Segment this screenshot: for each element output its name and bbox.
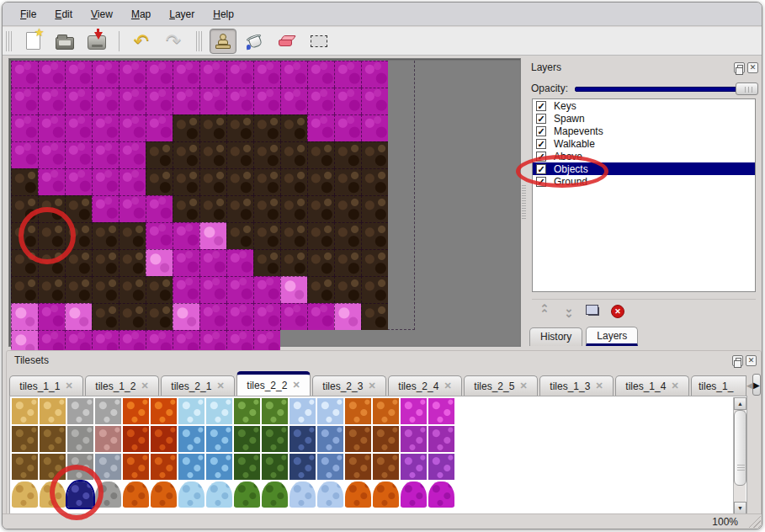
resize-grip[interactable] — [746, 513, 761, 528]
tileset-tile-6-2[interactable] — [178, 454, 205, 480]
map-tile-6-6[interactable] — [334, 222, 361, 249]
tileset-tile-6-3[interactable] — [178, 481, 205, 508]
tab-close-icon[interactable]: ✕ — [292, 380, 300, 391]
map-tile-4-7[interactable] — [307, 249, 334, 276]
tileset-tile-10-0[interactable] — [290, 398, 316, 424]
map-tile-0-9[interactable] — [253, 303, 280, 330]
map-tile-8-1[interactable] — [253, 88, 280, 114]
tileset-tile-9-2[interactable] — [262, 454, 288, 480]
map-canvas[interactable] — [11, 61, 415, 330]
tileset-tile-4-1[interactable] — [123, 426, 149, 452]
tileset-tile-2-0[interactable] — [67, 398, 93, 424]
tileset-tile-12-1[interactable] — [345, 426, 371, 452]
map-tile-8-6[interactable] — [11, 249, 38, 276]
tileset-tile-5-2[interactable] — [151, 454, 177, 480]
tileset-tile-3-0[interactable] — [95, 398, 121, 424]
map-tile-0-1[interactable] — [38, 88, 65, 114]
map-tile-13-0[interactable] — [361, 61, 388, 88]
map-tile-4-5[interactable] — [253, 195, 280, 222]
map-tile-14-8[interactable] — [226, 303, 253, 330]
map-tile-10-6[interactable] — [65, 249, 92, 276]
map-tile-12-7[interactable] — [146, 276, 173, 303]
tab-scroll-right-button[interactable]: ▶ — [752, 374, 761, 396]
layer-row-mapevents[interactable]: ✓Mapevents — [533, 125, 755, 137]
map-tile-10-0[interactable] — [280, 61, 307, 88]
map-tile-5-6[interactable] — [307, 222, 334, 249]
map-tile-13-6[interactable] — [146, 249, 173, 276]
duplicate-layer-button[interactable] — [584, 302, 603, 321]
map-tile-3-5[interactable] — [226, 195, 253, 222]
tileset-tile-10-1[interactable] — [290, 426, 316, 452]
opacity-slider[interactable] — [575, 82, 758, 95]
tileset-tile-10-3[interactable] — [290, 481, 316, 508]
new-file-button[interactable]: ★ — [19, 29, 46, 54]
tileset-tile-11-3[interactable] — [317, 481, 343, 508]
map-tile-6-0[interactable] — [173, 61, 199, 88]
map-tile-0-4[interactable] — [119, 168, 146, 195]
map-tile-11-4[interactable] — [38, 195, 65, 222]
map-tile-3-1[interactable] — [119, 88, 146, 114]
map-tile-13-2[interactable] — [38, 141, 65, 168]
opacity-slider-handle[interactable] — [736, 82, 758, 95]
map-tile-14-5[interactable] — [146, 222, 173, 249]
tileset-tile-13-1[interactable] — [373, 426, 399, 452]
map-tile-2-4[interactable] — [173, 168, 199, 195]
tileset-tile-12-0[interactable] — [345, 398, 371, 424]
tileset-tile-0-2[interactable] — [12, 454, 38, 480]
tileset-tab-tiles_2_1[interactable]: tiles_2_1✕ — [161, 375, 235, 396]
map-tile-7-5[interactable] — [334, 195, 361, 222]
redo-button[interactable]: ↷ — [160, 29, 187, 54]
tileset-tile-14-2[interactable] — [401, 454, 427, 480]
tileset-tile-10-2[interactable] — [290, 454, 316, 480]
map-tile-11-2[interactable] — [361, 114, 388, 141]
map-tile-1-5[interactable] — [173, 195, 199, 222]
layer-visibility-checkbox[interactable]: ✓ — [536, 164, 546, 174]
tileset-tile-12-2[interactable] — [345, 454, 371, 480]
map-tile-9-6[interactable] — [38, 249, 65, 276]
map-tile-0-5[interactable] — [146, 195, 173, 222]
map-viewport[interactable] — [8, 58, 521, 347]
map-tile-12-3[interactable] — [38, 168, 65, 195]
map-tile-12-6[interactable] — [119, 249, 146, 276]
map-tile-2-3[interactable] — [146, 141, 173, 168]
tileset-tab-tiles_2_3[interactable]: tiles_2_3✕ — [312, 375, 386, 396]
map-tile-14-1[interactable] — [38, 114, 65, 141]
tileset-tile-5-3[interactable] — [151, 481, 177, 508]
layer-row-above[interactable]: ✓Above — [533, 150, 755, 162]
tileset-tile-11-1[interactable] — [317, 426, 343, 452]
menu-layer[interactable]: Layer — [162, 6, 202, 23]
map-tile-5-7[interactable] — [334, 249, 361, 276]
map-tile-3-4[interactable] — [199, 168, 226, 195]
map-tile-4-4[interactable] — [226, 168, 253, 195]
map-tile-10-4[interactable] — [11, 195, 38, 222]
tileset-tile-15-1[interactable] — [428, 426, 454, 452]
map-tile-14-4[interactable] — [119, 195, 146, 222]
layer-visibility-checkbox[interactable]: ✓ — [536, 177, 546, 187]
tileset-tile-9-0[interactable] — [262, 398, 288, 424]
map-tile-2-0[interactable] — [65, 61, 92, 88]
map-tile-12-1[interactable] — [361, 88, 388, 114]
tileset-tile-5-0[interactable] — [151, 398, 177, 424]
tileset-tile-7-2[interactable] — [206, 454, 232, 480]
map-tile-4-9[interactable] — [361, 303, 388, 330]
scroll-up-button[interactable]: ▲ — [734, 397, 746, 410]
map-tile-8-7[interactable] — [38, 276, 65, 303]
layer-row-keys[interactable]: ✓Keys — [533, 99, 755, 112]
open-file-button[interactable] — [51, 29, 78, 54]
tileset-tile-8-2[interactable] — [234, 454, 260, 480]
menu-file[interactable]: File — [13, 6, 44, 23]
tileset-tile-13-0[interactable] — [373, 398, 399, 424]
map-tile-1-9[interactable] — [280, 303, 307, 330]
map-tile-1-0[interactable] — [38, 61, 65, 88]
map-tile-13-5[interactable] — [119, 222, 146, 249]
tileset-tile-1-0[interactable] — [40, 398, 66, 424]
map-tile-11-5[interactable] — [65, 222, 92, 249]
tileset-tab-tiles_2_5[interactable]: tiles_2_5✕ — [464, 375, 538, 396]
layers-float-button[interactable] — [734, 62, 745, 73]
map-tile-9-2[interactable] — [307, 114, 334, 141]
tileset-tile-11-0[interactable] — [317, 398, 343, 424]
select-tool-button[interactable] — [305, 29, 332, 54]
map-tile-6-3[interactable] — [253, 141, 280, 168]
tileset-tile-4-0[interactable] — [123, 398, 149, 424]
map-tile-9-4[interactable] — [361, 168, 388, 195]
